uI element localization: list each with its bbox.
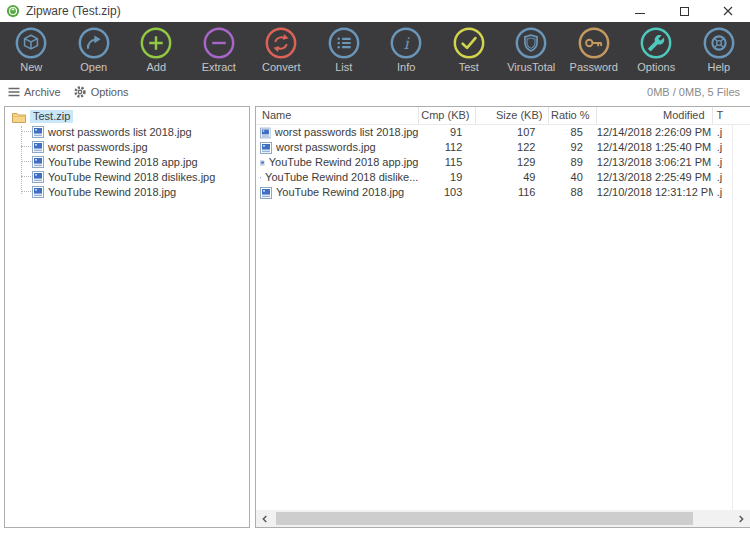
scroll-left-button[interactable] — [256, 510, 273, 527]
window-title: Zipware (Test.zip) — [26, 4, 121, 18]
tree-item-file[interactable]: worst passwords.jpg — [5, 139, 249, 154]
cell-cmp: 112 — [418, 140, 476, 155]
open-arrow-icon — [77, 26, 111, 60]
menu-archive[interactable]: Archive — [8, 86, 61, 98]
toolbar-label: VirusTotal — [507, 61, 555, 73]
cell-name: YouTube Rewind 2018.jpg — [256, 185, 418, 200]
column-header-name[interactable]: Name — [256, 107, 419, 124]
hamburger-icon — [8, 87, 20, 97]
toolbar-label: Help — [707, 61, 730, 73]
toolbar-button-list[interactable]: List — [313, 22, 376, 73]
file-row[interactable]: worst passwords.jpg 112 122 92 12/14/201… — [256, 140, 750, 155]
toolbar-button-extract[interactable]: Extract — [188, 22, 251, 73]
cell-ratio: 89 — [549, 155, 596, 170]
toolbar-button-new[interactable]: New — [0, 22, 63, 73]
horizontal-scrollbar[interactable] — [256, 510, 750, 527]
toolbar-button-add[interactable]: Add — [125, 22, 188, 73]
toolbar-button-open[interactable]: Open — [63, 22, 126, 73]
cell-modified: 12/10/2018 12:31:12 PM — [597, 185, 713, 200]
tree-item-label: YouTube Rewind 2018.jpg — [48, 186, 176, 198]
zipware-window: Zipware (Test.zip) New Open — [0, 0, 750, 536]
convert-arrows-icon — [264, 26, 298, 60]
minimize-icon — [635, 13, 645, 14]
window-controls — [618, 0, 750, 22]
close-icon — [723, 6, 733, 16]
tree-item-file[interactable]: YouTube Rewind 2018.jpg — [5, 184, 249, 199]
tree-item-file[interactable]: YouTube Rewind 2018 app.jpg — [5, 154, 249, 169]
tree-stub — [21, 191, 31, 192]
cell-ratio: 92 — [549, 140, 596, 155]
cell-ratio: 88 — [549, 185, 596, 200]
toolbar-button-help[interactable]: Help — [688, 22, 750, 73]
table-body: worst passwords list 2018.jpg 91 107 85 … — [256, 125, 750, 200]
tree-item-label: YouTube Rewind 2018 app.jpg — [48, 156, 198, 168]
tree-root-testzip[interactable]: Test.zip — [5, 109, 249, 124]
toolbar-button-test[interactable]: Test — [438, 22, 501, 73]
cell-size: 122 — [476, 140, 549, 155]
cell-modified: 12/13/2018 2:25:49 PM — [597, 170, 713, 185]
tree-item-file[interactable]: YouTube Rewind 2018 dislikes.jpg — [5, 169, 249, 184]
table-header: Name Cmp (KB) Size (KB) Ratio % Modified… — [256, 107, 750, 125]
image-file-icon — [260, 157, 265, 169]
column-separator — [732, 125, 733, 512]
image-file-icon — [32, 126, 44, 138]
toolbar-button-password[interactable]: Password — [563, 22, 626, 73]
toolbar-label: Convert — [262, 61, 301, 73]
svg-text:i: i — [404, 34, 411, 53]
menu-archive-label: Archive — [24, 86, 61, 98]
close-button[interactable] — [706, 0, 750, 22]
image-file-icon — [32, 171, 44, 183]
file-row[interactable]: YouTube Rewind 2018 app.jpg 115 129 89 1… — [256, 155, 750, 170]
chevron-right-icon — [737, 515, 745, 523]
cell-size: 129 — [476, 155, 549, 170]
toolbar-label: List — [335, 61, 352, 73]
tree-root-label: Test.zip — [30, 110, 73, 123]
tree-stub — [21, 161, 31, 162]
column-header-size[interactable]: Size (KB) — [476, 107, 549, 124]
cell-ratio: 40 — [549, 170, 596, 185]
scrollbar-thumb[interactable] — [276, 512, 693, 525]
app-logo-icon — [6, 4, 20, 18]
column-header-ratio[interactable]: Ratio % — [549, 107, 596, 124]
toolbar-label: Info — [397, 61, 415, 73]
image-file-icon — [32, 156, 44, 168]
info-icon: i — [389, 26, 423, 60]
main-area: Test.zip worst passwords list 2018.jpg w… — [0, 104, 750, 536]
toolbar-button-options[interactable]: Options — [625, 22, 688, 73]
cell-modified: 12/13/2018 3:06:21 PM — [597, 155, 713, 170]
cell-name: YouTube Rewind 2018 app.jpg — [256, 155, 418, 170]
archive-tree-panel: Test.zip worst passwords list 2018.jpg w… — [4, 106, 250, 528]
archive-status: 0MB / 0MB, 5 Files — [647, 86, 742, 98]
tree-item-file[interactable]: worst passwords list 2018.jpg — [5, 124, 249, 139]
toolbar-label: Test — [459, 61, 479, 73]
column-header-cmp[interactable]: Cmp (KB) — [419, 107, 477, 124]
column-header-type[interactable]: T — [713, 107, 750, 124]
toolbar-label: Options — [637, 61, 675, 73]
cell-name: worst passwords list 2018.jpg — [256, 125, 418, 140]
toolbar-label: New — [20, 61, 42, 73]
toolbar-label: Extract — [202, 61, 236, 73]
scroll-right-button[interactable] — [732, 510, 749, 527]
file-row[interactable]: YouTube Rewind 2018 dislike... 19 49 40 … — [256, 170, 750, 185]
cell-cmp: 115 — [418, 155, 476, 170]
cell-size: 116 — [476, 185, 549, 200]
cell-name: worst passwords.jpg — [256, 140, 418, 155]
toolbar-button-info[interactable]: i Info — [375, 22, 438, 73]
folder-icon — [12, 111, 26, 123]
chevron-left-icon — [261, 515, 269, 523]
toolbar-label: Password — [570, 61, 618, 73]
main-toolbar: New Open Add Extract — [0, 22, 750, 80]
file-row[interactable]: worst passwords list 2018.jpg 91 107 85 … — [256, 125, 750, 140]
toolbar-button-virustotal[interactable]: VirusTotal — [500, 22, 563, 73]
file-list-panel: Name Cmp (KB) Size (KB) Ratio % Modified… — [255, 106, 750, 528]
column-header-modified[interactable]: Modified — [597, 107, 713, 124]
cell-cmp: 19 — [418, 170, 476, 185]
toolbar-button-convert[interactable]: Convert — [250, 22, 313, 73]
maximize-button[interactable] — [662, 0, 706, 22]
file-row[interactable]: YouTube Rewind 2018.jpg 103 116 88 12/10… — [256, 185, 750, 200]
key-icon — [577, 26, 611, 60]
tree-stub — [21, 146, 31, 147]
menu-options[interactable]: Options — [73, 85, 129, 99]
shield-icon — [514, 26, 548, 60]
minimize-button[interactable] — [618, 0, 662, 22]
